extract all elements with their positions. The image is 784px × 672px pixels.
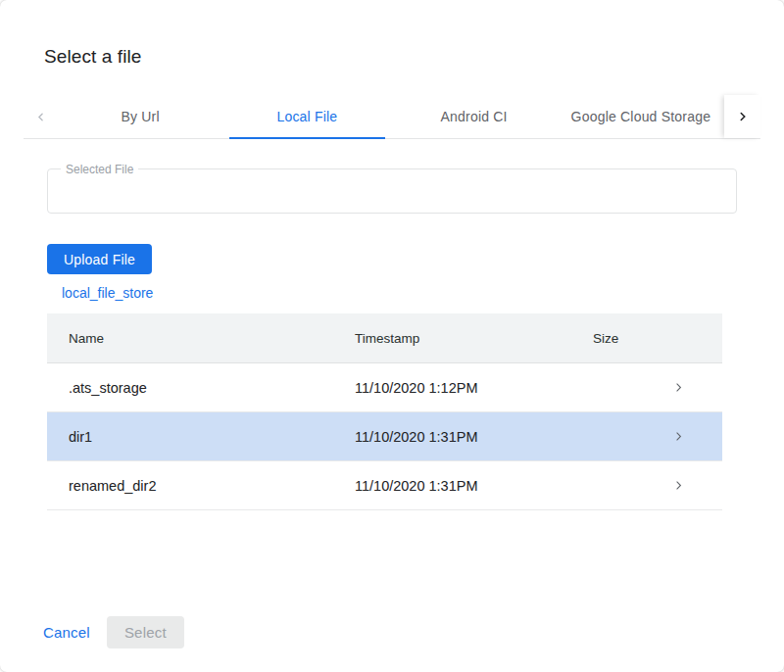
row-chevron-right-icon — [634, 381, 722, 394]
cell-name: renamed_dir2 — [47, 478, 355, 494]
tabs-scroll-left-button[interactable] — [24, 95, 57, 138]
cell-name: .ats_storage — [47, 380, 355, 396]
table-row-ats-storage[interactable]: .ats_storage 11/10/2020 1:12PM — [47, 363, 722, 412]
cell-timestamp: 11/10/2020 1:12PM — [355, 380, 593, 396]
file-table: Name Timestamp Size .ats_storage 11/10/2… — [47, 313, 722, 510]
cell-name: dir1 — [47, 429, 355, 445]
upload-file-button[interactable]: Upload File — [47, 244, 152, 274]
tab-bar: By Url Local File Android CI Google Clou… — [24, 95, 760, 139]
column-header-timestamp: Timestamp — [355, 331, 593, 346]
select-button[interactable]: Select — [107, 616, 184, 648]
row-chevron-right-icon — [634, 479, 722, 492]
tabs-scroll-right-button[interactable] — [724, 95, 760, 138]
cell-timestamp: 11/10/2020 1:31PM — [355, 478, 593, 494]
cell-timestamp: 11/10/2020 1:31PM — [355, 429, 593, 445]
table-row-renamed-dir2[interactable]: renamed_dir2 11/10/2020 1:31PM — [47, 461, 722, 510]
chevron-left-icon — [34, 111, 47, 123]
table-row-dir1[interactable]: dir1 11/10/2020 1:31PM — [47, 412, 722, 461]
row-chevron-right-icon — [634, 430, 722, 443]
selected-file-input[interactable] — [48, 169, 736, 213]
cancel-button[interactable]: Cancel — [41, 624, 92, 641]
selected-file-field[interactable]: Selected File — [47, 168, 737, 214]
local-file-store-link[interactable]: local_file_store — [62, 285, 153, 301]
tab-google-cloud-storage[interactable]: Google Cloud Storage — [558, 95, 724, 138]
column-header-size: Size — [593, 331, 634, 346]
dialog-title: Select a file — [44, 46, 142, 68]
dialog-actions: Cancel Select — [41, 615, 184, 648]
column-header-name: Name — [47, 331, 355, 346]
tab-local-file[interactable]: Local File — [223, 95, 390, 138]
tab-android-ci[interactable]: Android CI — [391, 95, 558, 138]
tab-by-url[interactable]: By Url — [57, 95, 223, 138]
select-file-dialog: Select a file By Url Local File Android … — [0, 0, 784, 672]
selected-file-label: Selected File — [61, 163, 138, 176]
table-header-row: Name Timestamp Size — [47, 313, 722, 363]
chevron-right-icon — [736, 110, 750, 123]
